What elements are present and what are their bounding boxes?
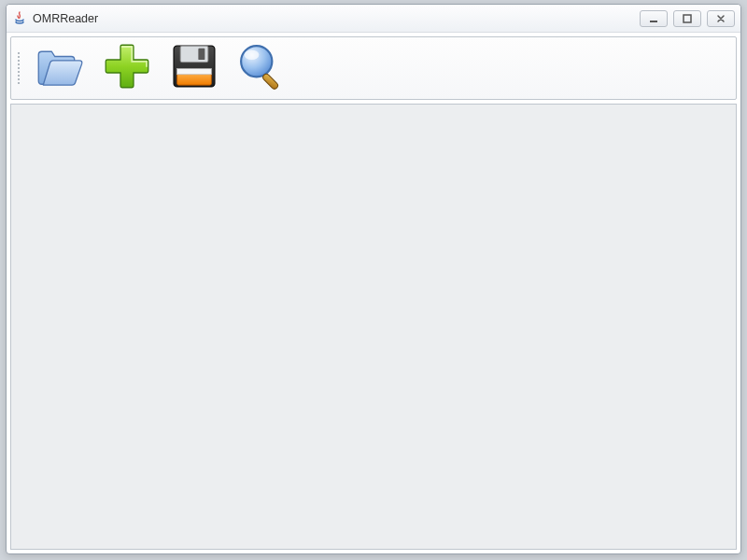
svg-rect-1 (684, 15, 691, 22)
svg-rect-9 (261, 73, 279, 91)
minimize-button[interactable] (640, 10, 668, 27)
folder-open-icon (34, 40, 86, 96)
svg-point-7 (241, 46, 272, 77)
content-area[interactable] (10, 104, 737, 550)
add-icon (101, 40, 153, 96)
window-controls (640, 10, 735, 27)
svg-rect-6 (177, 69, 212, 75)
svg-rect-0 (650, 21, 657, 22)
title-bar[interactable]: OMRReader (7, 5, 740, 33)
java-app-icon (12, 11, 27, 26)
svg-rect-4 (198, 49, 204, 60)
content-container (7, 104, 740, 553)
application-window: OMRReader (6, 4, 741, 554)
close-button[interactable] (707, 10, 735, 27)
svg-point-8 (245, 50, 260, 61)
maximize-button[interactable] (673, 10, 701, 27)
search-icon (235, 40, 288, 96)
save-icon (168, 40, 220, 96)
window-title: OMRReader (33, 12, 640, 25)
toolbar-grip[interactable] (17, 40, 22, 96)
search-button[interactable] (230, 39, 293, 97)
main-toolbar (10, 36, 737, 100)
add-button[interactable] (95, 39, 159, 97)
toolbar-container (7, 33, 740, 104)
open-button[interactable] (28, 39, 92, 97)
save-button[interactable] (162, 39, 226, 97)
